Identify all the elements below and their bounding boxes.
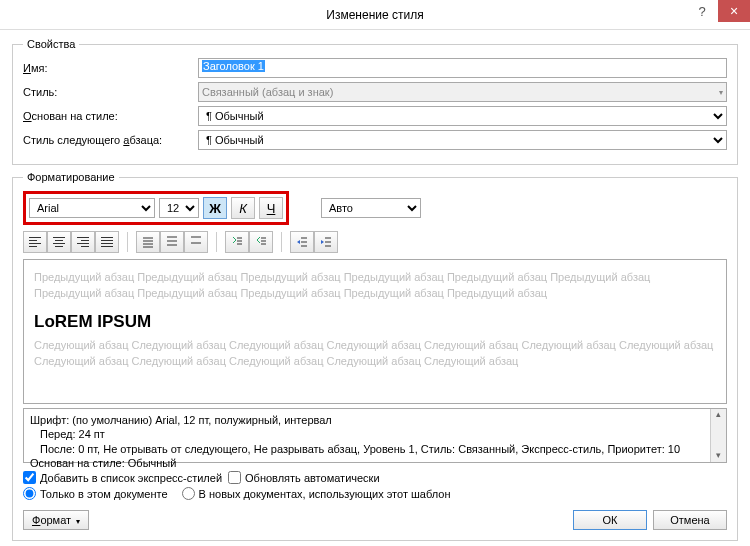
align-left-button[interactable]: [23, 231, 47, 253]
indent-icon: [319, 235, 333, 249]
line-spacing-15-button[interactable]: [160, 231, 184, 253]
name-input[interactable]: Заголовок 1: [198, 58, 727, 78]
cancel-button[interactable]: Отмена: [653, 510, 727, 530]
line-spacing-2-button[interactable]: [184, 231, 208, 253]
style-type-select: Связанный (абзац и знак)▾: [198, 82, 727, 102]
underline-button[interactable]: Ч: [259, 197, 283, 219]
line-spacing-1-button[interactable]: [136, 231, 160, 253]
annotation-highlight: Arial 12 Ж К Ч: [23, 191, 289, 225]
scroll-up-icon[interactable]: ▴: [716, 409, 721, 421]
only-this-doc-radio[interactable]: Только в этом документе: [23, 487, 168, 500]
italic-button[interactable]: К: [231, 197, 255, 219]
scroll-down-icon[interactable]: ▾: [716, 450, 721, 462]
formatting-legend: Форматирование: [23, 171, 119, 183]
desc-line: Основан на стиле: Обычный: [30, 456, 720, 470]
size-select[interactable]: 12: [159, 198, 199, 218]
increase-para-space-button[interactable]: [225, 231, 249, 253]
spacing-icon: [141, 235, 155, 249]
name-label: Имя:: [23, 62, 198, 74]
preview-next: Следующий абзац Следующий абзац Следующи…: [34, 338, 716, 370]
preview-previous: Предыдущий абзац Предыдущий абзац Предыд…: [34, 270, 716, 302]
color-select[interactable]: Авто: [321, 198, 421, 218]
desc-line: Шрифт: (по умолчанию) Arial, 12 пт, полу…: [30, 413, 720, 427]
align-justify-button[interactable]: [95, 231, 119, 253]
help-button[interactable]: ?: [686, 0, 718, 22]
scrollbar[interactable]: ▴▾: [710, 409, 726, 462]
style-label: Стиль:: [23, 86, 198, 98]
based-on-select[interactable]: ¶ Обычный: [198, 106, 727, 126]
para-icon: [254, 235, 268, 249]
next-style-select[interactable]: ¶ Обычный: [198, 130, 727, 150]
properties-group: Свойства Имя: Заголовок 1 Стиль: Связанн…: [12, 38, 738, 165]
window-title: Изменение стиля: [0, 8, 750, 22]
formatting-group: Форматирование Arial 12 Ж К Ч Авто: [12, 171, 738, 541]
bold-button[interactable]: Ж: [203, 197, 227, 219]
add-quick-styles-checkbox[interactable]: Добавить в список экспресс-стилей: [23, 471, 222, 484]
desc-line: После: 0 пт, Не отрывать от следующего, …: [30, 442, 720, 456]
preview-sample: LoREM IPSUM: [34, 312, 716, 332]
description-box: Шрифт: (по умолчанию) Arial, 12 пт, полу…: [23, 408, 727, 463]
spacing-icon: [165, 235, 179, 249]
close-button[interactable]: ×: [718, 0, 750, 22]
align-center-button[interactable]: [47, 231, 71, 253]
format-button[interactable]: Формат ▾: [23, 510, 89, 530]
next-style-label: Стиль следующего абзаца:: [23, 134, 198, 146]
spacing-icon: [189, 235, 203, 249]
decrease-para-space-button[interactable]: [249, 231, 273, 253]
auto-update-checkbox[interactable]: Обновлять автоматически: [228, 471, 380, 484]
increase-indent-button[interactable]: [314, 231, 338, 253]
indent-icon: [295, 235, 309, 249]
dropdown-icon: ▾: [76, 517, 80, 526]
font-select[interactable]: Arial: [29, 198, 155, 218]
new-docs-radio[interactable]: В новых документах, использующих этот ша…: [182, 487, 451, 500]
title-bar: Изменение стиля ? ×: [0, 0, 750, 30]
based-on-label: Основан на стиле:: [23, 110, 198, 122]
preview-pane: Предыдущий абзац Предыдущий абзац Предыд…: [23, 259, 727, 404]
properties-legend: Свойства: [23, 38, 79, 50]
para-icon: [230, 235, 244, 249]
desc-line: Перед: 24 пт: [30, 427, 720, 441]
decrease-indent-button[interactable]: [290, 231, 314, 253]
align-right-button[interactable]: [71, 231, 95, 253]
ok-button[interactable]: ОК: [573, 510, 647, 530]
